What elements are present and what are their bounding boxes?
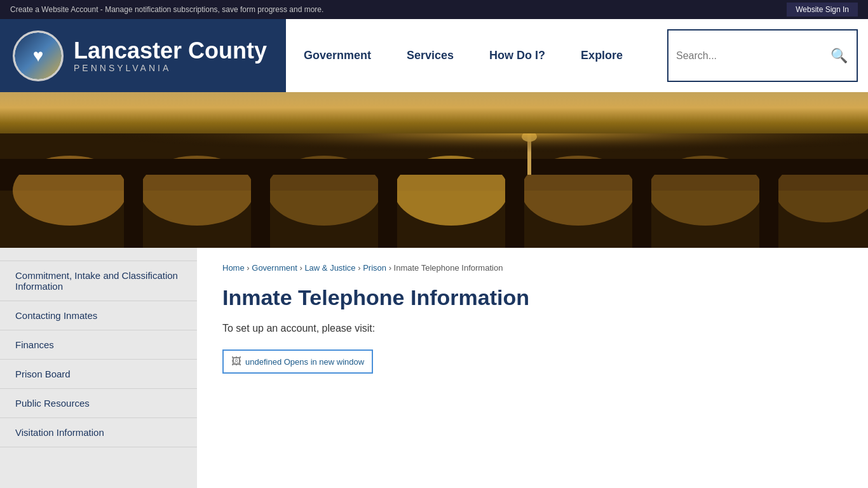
nav-how-do-i[interactable]: How Do I? — [471, 19, 563, 92]
logo-area: ♥ Lancaster County PENNSYLVANIA — [0, 19, 286, 92]
county-logo[interactable]: ♥ — [13, 30, 64, 81]
svg-rect-9 — [124, 168, 143, 248]
sidebar-item-contacting[interactable]: Contacting Inmates — [0, 301, 197, 330]
breadcrumb-law-justice[interactable]: Law & Justice — [304, 263, 355, 273]
breadcrumb-current: Inmate Telephone Information — [394, 263, 503, 273]
top-bar-message: Create a Website Account - Manage notifi… — [10, 5, 323, 14]
breadcrumb-prison[interactable]: Prison — [363, 263, 386, 273]
sidebar: Commitment, Intake and Classification In… — [0, 248, 197, 488]
nav-explore[interactable]: Explore — [563, 19, 641, 92]
top-bar: Create a Website Account - Manage notifi… — [0, 0, 868, 19]
svg-rect-12 — [505, 168, 524, 248]
breadcrumb-government[interactable]: Government — [252, 263, 297, 273]
breadcrumb-sep-4: › — [389, 263, 394, 273]
site-header: ♥ Lancaster County PENNSYLVANIA Governme… — [0, 19, 868, 92]
broken-image-link[interactable]: 🖼 undefined Opens in new window — [222, 349, 373, 374]
svg-rect-10 — [251, 168, 270, 248]
sidebar-item-visitation[interactable]: Visitation Information — [0, 418, 197, 447]
main-content: Home › Government › Law & Justice › Pris… — [197, 248, 868, 488]
broken-image-text: undefined Opens in new window — [245, 357, 364, 367]
sign-in-button[interactable]: Website Sign In — [787, 3, 858, 17]
svg-rect-13 — [632, 168, 651, 248]
svg-rect-18 — [0, 133, 868, 172]
nav-area: Government Services How Do I? Explore 🔍 — [286, 19, 868, 92]
page-title: Inmate Telephone Information — [222, 285, 843, 310]
sidebar-item-public-resources[interactable]: Public Resources — [0, 389, 197, 418]
broken-image-icon: 🖼 — [231, 356, 241, 367]
svg-rect-14 — [759, 168, 778, 248]
nav-services[interactable]: Services — [389, 19, 471, 92]
search-input[interactable] — [668, 45, 822, 67]
sidebar-item-finances[interactable]: Finances — [0, 330, 197, 360]
breadcrumb: Home › Government › Law & Justice › Pris… — [222, 263, 843, 273]
content-wrapper: Commitment, Intake and Classification In… — [0, 248, 868, 488]
sidebar-item-commitment[interactable]: Commitment, Intake and Classification In… — [0, 261, 197, 301]
breadcrumb-home[interactable]: Home — [222, 263, 245, 273]
search-icon-button[interactable]: 🔍 — [822, 43, 857, 69]
svg-rect-11 — [378, 168, 397, 248]
page-body-text: To set up an account, please visit: — [222, 323, 843, 334]
sidebar-item-prison-board[interactable]: Prison Board — [0, 360, 197, 389]
header-title: Lancaster County PENNSYLVANIA — [74, 38, 267, 74]
nav-government[interactable]: Government — [286, 19, 389, 92]
logo-inner: ♥ — [15, 32, 62, 79]
breadcrumb-sep-3: › — [358, 263, 363, 273]
main-nav: Government Services How Do I? Explore — [286, 19, 657, 92]
county-name: Lancaster County — [74, 38, 267, 64]
search-icon: 🔍 — [831, 48, 848, 64]
hero-image — [0, 92, 868, 248]
hero-arches-svg — [0, 133, 868, 248]
logo-heart-icon: ♥ — [33, 46, 44, 66]
state-name: PENNSYLVANIA — [74, 63, 267, 73]
search-area: 🔍 — [667, 29, 858, 82]
